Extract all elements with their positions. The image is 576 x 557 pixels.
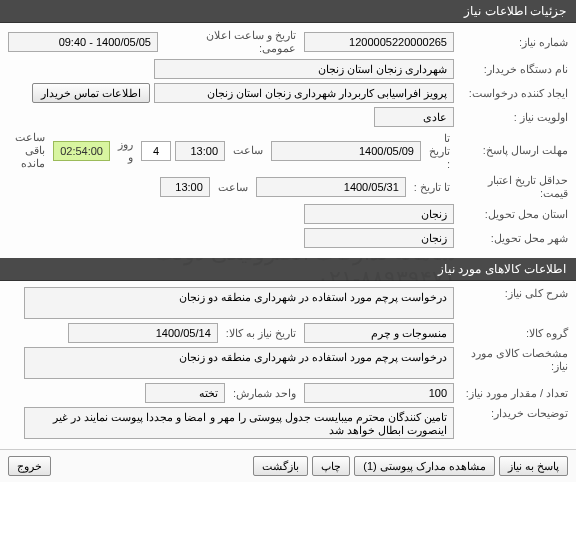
field-price-date [256, 177, 406, 197]
attachments-button[interactable]: مشاهده مدارک پیوستی (1) [354, 456, 495, 476]
section-header-goods: اطلاعات کالاهای مورد نیاز [0, 258, 576, 281]
field-days-remaining [141, 141, 171, 161]
label-city: شهر محل تحویل: [458, 232, 568, 245]
row-spec: مشخصات کالای مورد نیاز: [8, 347, 568, 379]
label-to-date-2: تا تاریخ : [410, 181, 454, 194]
field-answer-time [175, 141, 225, 161]
label-province: استان محل تحویل: [458, 208, 568, 221]
label-remaining: ساعت باقی مانده [8, 131, 49, 170]
row-desc: شرح کلی نیاز: [8, 287, 568, 319]
label-priority: اولویت نیاز : [458, 111, 568, 124]
label-announce: تاریخ و ساعت اعلان عمومی: [162, 29, 300, 55]
field-buyer [154, 59, 454, 79]
row-price-deadline: حداقل تاریخ اعتبار قیمت: تا تاریخ : ساعت [8, 174, 568, 200]
exit-button[interactable]: خروج [8, 456, 51, 476]
row-need-number: شماره نیاز: تاریخ و ساعت اعلان عمومی: [8, 29, 568, 55]
field-buyer-notes [24, 407, 454, 439]
reply-button[interactable]: پاسخ به نیاز [499, 456, 568, 476]
field-spec [24, 347, 454, 379]
label-answer-deadline: مهلت ارسال پاسخ: [458, 144, 568, 157]
label-time-2: ساعت [214, 181, 252, 194]
field-announce [8, 32, 158, 52]
label-unit: واحد شمارش: [229, 387, 300, 400]
footer-group-left: خروج [8, 456, 51, 476]
field-time-remaining: 02:54:00 [53, 141, 110, 161]
row-answer-deadline: مهلت ارسال پاسخ: تا تاریخ : ساعت روز و 0… [8, 131, 568, 170]
section-header-need-details: جزئیات اطلاعات نیاز [0, 0, 576, 23]
field-answer-date [271, 141, 421, 161]
field-need-date [68, 323, 218, 343]
row-province: استان محل تحویل: [8, 204, 568, 224]
row-group: گروه کالا: تاریخ نیاز به کالا: [8, 323, 568, 343]
row-buyer: نام دستگاه خریدار: [8, 59, 568, 79]
field-price-time [160, 177, 210, 197]
label-time-1: ساعت [229, 144, 267, 157]
label-creator: ایجاد کننده درخواست: [458, 87, 568, 100]
field-creator [154, 83, 454, 103]
label-to-date-1: تا تاریخ : [425, 132, 454, 170]
label-group: گروه کالا: [458, 327, 568, 340]
row-creator: ایجاد کننده درخواست: اطلاعات تماس خریدار [8, 83, 568, 103]
field-unit [145, 383, 225, 403]
row-priority: اولویت نیاز : [8, 107, 568, 127]
row-city: شهر محل تحویل: [8, 228, 568, 248]
field-desc [24, 287, 454, 319]
field-province [304, 204, 454, 224]
field-priority [374, 107, 454, 127]
label-price-deadline: حداقل تاریخ اعتبار قیمت: [458, 174, 568, 200]
label-days-and: روز و [114, 138, 137, 164]
field-city [304, 228, 454, 248]
field-need-number [304, 32, 454, 52]
section-body-goods: شرح کلی نیاز: گروه کالا: تاریخ نیاز به ک… [0, 281, 576, 449]
back-button[interactable]: بازگشت [253, 456, 308, 476]
field-qty [304, 383, 454, 403]
label-need-date: تاریخ نیاز به کالا: [222, 327, 300, 340]
footer-bar: پاسخ به نیاز مشاهده مدارک پیوستی (1) چاپ… [0, 449, 576, 482]
label-qty: تعداد / مقدار مورد نیاز: [458, 387, 568, 400]
label-spec: مشخصات کالای مورد نیاز: [458, 347, 568, 373]
field-group [304, 323, 454, 343]
footer-group-right: پاسخ به نیاز مشاهده مدارک پیوستی (1) چاپ… [253, 456, 568, 476]
label-need-number: شماره نیاز: [458, 36, 568, 49]
section-body-need: شماره نیاز: تاریخ و ساعت اعلان عمومی: نا… [0, 23, 576, 258]
label-buyer: نام دستگاه خریدار: [458, 63, 568, 76]
label-buyer-notes: توضیحات خریدار: [458, 407, 568, 420]
print-button[interactable]: چاپ [312, 456, 350, 476]
row-buyer-notes: توضیحات خریدار: [8, 407, 568, 439]
label-desc: شرح کلی نیاز: [458, 287, 568, 300]
row-qty: تعداد / مقدار مورد نیاز: واحد شمارش: [8, 383, 568, 403]
buyer-contact-button[interactable]: اطلاعات تماس خریدار [32, 83, 150, 103]
